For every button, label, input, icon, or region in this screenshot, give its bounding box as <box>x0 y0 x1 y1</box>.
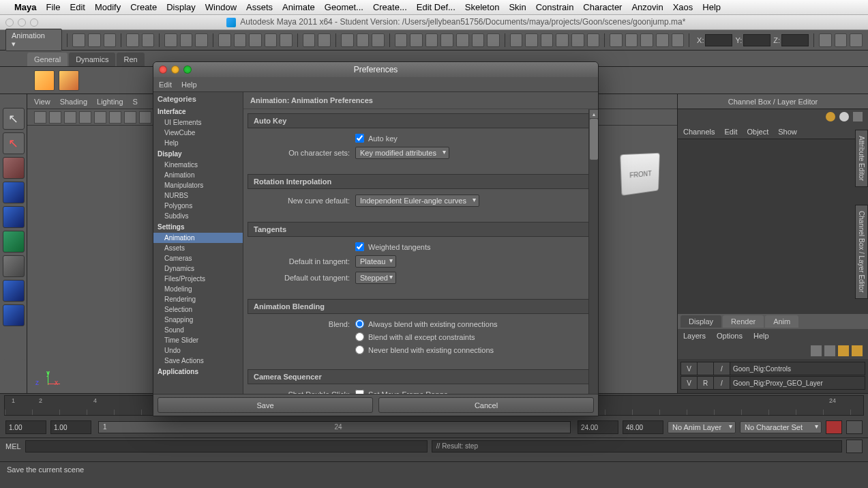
cat-manipulators[interactable]: Manipulators <box>153 180 243 190</box>
snap-curve-icon[interactable] <box>234 33 247 47</box>
cat-selection[interactable]: Selection <box>153 304 243 315</box>
vp-menu-show[interactable]: S <box>133 98 138 106</box>
layer-vis[interactable]: V <box>681 362 698 375</box>
cat-animation-settings[interactable]: Animation <box>153 233 243 243</box>
move-tool[interactable] <box>3 182 25 203</box>
cat-undo[interactable]: Undo <box>153 345 243 356</box>
expression-icon[interactable] <box>571 33 584 47</box>
blend-never-radio[interactable] <box>355 345 364 354</box>
layer-name[interactable]: Goon_Rig:Proxy_GEO_Layer <box>730 377 865 389</box>
set-frame-range-checkbox[interactable] <box>355 390 364 394</box>
outliner-icon[interactable] <box>410 33 423 47</box>
menu-file[interactable]: File <box>42 2 65 12</box>
menu-display[interactable]: Display <box>162 2 200 12</box>
vp-film-gate-icon[interactable] <box>124 111 136 124</box>
open-scene-icon[interactable] <box>88 33 101 47</box>
paint-select-icon[interactable] <box>195 33 208 47</box>
tab-display[interactable]: Display <box>680 315 721 328</box>
layer-icon-1[interactable] <box>811 345 822 356</box>
layer-swatch[interactable]: / <box>714 362 730 375</box>
layer-vis[interactable]: V <box>681 377 698 389</box>
shelf-icon-1[interactable] <box>34 70 55 91</box>
layer-row[interactable]: V R / Goon_Rig:Proxy_GEO_Layer <box>680 376 865 390</box>
menu-constrain[interactable]: Constrain <box>531 2 579 12</box>
channel-icon-1[interactable] <box>826 112 835 121</box>
channel-icon-2[interactable] <box>839 112 849 121</box>
menu-animate[interactable]: Animate <box>278 2 320 12</box>
cat-animation-display[interactable]: Animation <box>153 170 243 180</box>
cat-cameras[interactable]: Cameras <box>153 253 243 263</box>
out-tangent-dropdown[interactable]: Stepped <box>355 272 396 284</box>
history-icon[interactable] <box>303 33 316 47</box>
cat-kinematics[interactable]: Kinematics <box>153 160 243 170</box>
range-end-out[interactable] <box>623 420 663 434</box>
menu-assets[interactable]: Assets <box>241 2 278 12</box>
save-scene-icon[interactable] <box>104 33 117 47</box>
show-menu[interactable]: Show <box>778 128 797 136</box>
snap-point-icon[interactable] <box>249 33 262 47</box>
visor-icon[interactable] <box>472 33 485 47</box>
menu-editdef[interactable]: Edit Def... <box>412 2 460 12</box>
prefs-menu-edit[interactable]: Edit <box>159 81 172 89</box>
cat-time-slider[interactable]: Time Slider <box>153 335 243 345</box>
menu-anzovin[interactable]: Anzovin <box>627 2 668 12</box>
attribute-spread-icon[interactable] <box>541 33 554 47</box>
new-scene-icon[interactable] <box>72 33 85 47</box>
layer-type[interactable]: R <box>698 377 714 389</box>
range-end-in[interactable] <box>578 420 618 434</box>
hypershade-icon[interactable] <box>395 33 408 47</box>
rotate-tool[interactable] <box>3 206 25 228</box>
graph-editor-icon[interactable] <box>425 33 438 47</box>
last-tool[interactable] <box>3 359 25 381</box>
layer-icon-3[interactable] <box>838 345 849 356</box>
cmd-language-label[interactable]: MEL <box>5 442 21 450</box>
prefs-scrollbar[interactable]: ▴ <box>588 109 598 394</box>
cat-ui-elements[interactable]: UI Elements <box>153 117 243 128</box>
cat-assets[interactable]: Assets <box>153 243 243 253</box>
vp-resolution-icon[interactable] <box>139 111 151 124</box>
blend-always-radio[interactable] <box>355 319 364 328</box>
menu-character[interactable]: Character <box>578 2 627 12</box>
render-icon[interactable] <box>341 33 354 47</box>
layer-row[interactable]: V / Goon_Rig:Controls <box>680 362 865 375</box>
autokey-checkbox[interactable] <box>355 134 364 143</box>
panel-toggle1-icon[interactable] <box>819 33 832 47</box>
cat-files-projects[interactable]: Files/Projects <box>153 274 243 284</box>
layout5-icon[interactable] <box>672 33 685 47</box>
cat-sound[interactable]: Sound <box>153 325 243 335</box>
save-button[interactable]: Save <box>158 397 373 413</box>
vp-select-camera-icon[interactable] <box>34 111 46 124</box>
dope-sheet-icon[interactable] <box>440 33 453 47</box>
layer-icon-4[interactable] <box>852 345 863 356</box>
vp-menu-view[interactable]: View <box>34 98 50 106</box>
snap-grid-icon[interactable] <box>218 33 231 47</box>
layout4-icon[interactable] <box>656 33 669 47</box>
command-input[interactable] <box>25 440 428 453</box>
blend-shape-icon[interactable] <box>556 33 569 47</box>
range-start-in[interactable] <box>50 420 91 434</box>
cat-help[interactable]: Help <box>153 138 243 148</box>
panel-toggle2-icon[interactable] <box>835 33 848 47</box>
vp-menu-shading[interactable]: Shading <box>60 98 87 106</box>
anim-layer-dropdown[interactable]: No Anim Layer <box>668 421 736 433</box>
undo-icon[interactable] <box>126 33 139 47</box>
viewcube[interactable]: FRONT <box>620 153 660 196</box>
paint-select-tool[interactable] <box>3 157 25 179</box>
edit-menu[interactable]: Edit <box>724 128 737 136</box>
cat-modeling[interactable]: Modeling <box>153 284 243 294</box>
soft-mod-tool[interactable] <box>3 280 25 302</box>
component-editor-icon[interactable] <box>510 33 523 47</box>
connection-editor-icon[interactable] <box>525 33 538 47</box>
menu-geomet[interactable]: Geomet... <box>320 2 368 12</box>
vp-grid-icon[interactable] <box>109 111 121 124</box>
coord-x-input[interactable] <box>705 34 732 46</box>
universal-manip-tool[interactable] <box>3 255 25 277</box>
cat-snapping[interactable]: Snapping <box>153 315 243 325</box>
onchar-dropdown[interactable]: Key modified attributes <box>355 147 449 159</box>
menu-help[interactable]: Help <box>698 2 725 12</box>
character-set-dropdown[interactable]: No Character Set <box>740 421 822 433</box>
attribute-editor-tab[interactable]: Attribute Editor <box>855 130 868 187</box>
cat-viewcube[interactable]: ViewCube <box>153 128 243 138</box>
shelf-tab-rendering[interactable]: Ren <box>117 53 144 66</box>
coord-y-input[interactable] <box>743 34 770 46</box>
